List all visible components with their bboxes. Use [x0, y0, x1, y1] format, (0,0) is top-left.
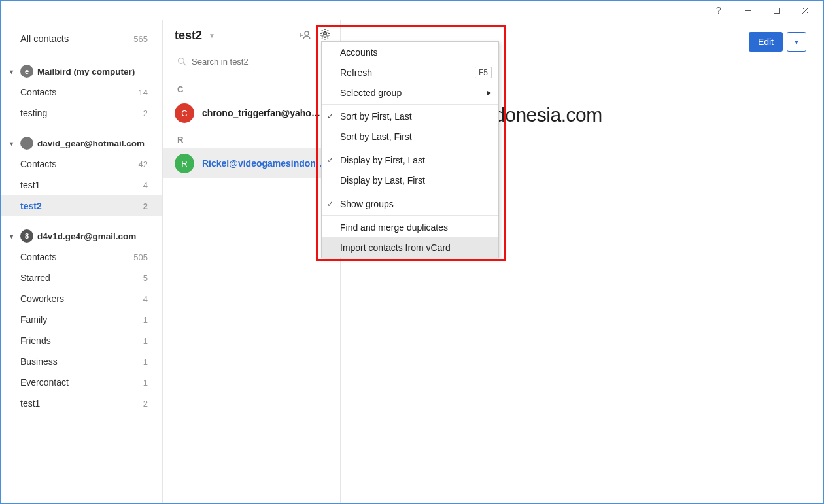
gear-icon[interactable] — [320, 28, 330, 41]
sidebar-item-label: Family — [20, 314, 47, 325]
svg-line-24 — [328, 36, 329, 37]
menu-item[interactable]: RefreshF5 — [322, 62, 498, 82]
sidebar-item-count: 14 — [139, 88, 148, 97]
contact-list-column: test2 ▼ CCchrono_triggerfan@yaho…RRRicke… — [163, 20, 341, 503]
account-icon — [20, 137, 33, 150]
sidebar-item-label: test1 — [20, 398, 40, 409]
menu-item[interactable]: Sort by Last, First — [322, 126, 498, 146]
contact-name: Rickel@videogamesindon… — [202, 158, 325, 169]
sidebar-item[interactable]: Evercontact1 — [1, 372, 162, 393]
menu-item[interactable]: Accounts — [322, 42, 498, 62]
search-input[interactable] — [192, 57, 326, 67]
menu-item-label: Import contacts from vCard — [340, 243, 451, 253]
sidebar-all-label: All contacts — [20, 33, 69, 44]
menu-item-label: Show groups — [340, 199, 394, 209]
sidebar-item-label: test2 — [20, 201, 42, 211]
contact-name: chrono_triggerfan@yaho… — [202, 108, 320, 118]
search-box[interactable] — [172, 52, 331, 71]
edit-button[interactable]: Edit — [749, 32, 783, 52]
sidebar-item[interactable]: Contacts14 — [1, 82, 162, 103]
svg-line-23 — [322, 30, 323, 31]
sidebar-item[interactable]: Contacts42 — [1, 154, 162, 175]
add-contact-button[interactable] — [298, 28, 313, 42]
sidebar-item-label: Coworkers — [20, 294, 64, 304]
titlebar: ? — [1, 1, 823, 20]
sidebar-item-count: 2 — [143, 201, 148, 211]
sidebar-item-label: Contacts — [20, 252, 56, 262]
list-title-dropdown-icon[interactable]: ▼ — [209, 32, 215, 39]
sidebar-item[interactable]: Family1 — [1, 309, 162, 330]
menu-item-label: Display by First, Last — [340, 155, 425, 165]
detail-actions: Edit ▼ — [749, 32, 806, 52]
sidebar-group-header[interactable]: ▾eMailbird (my computer) — [1, 61, 162, 82]
svg-point-18 — [324, 32, 326, 35]
menu-shortcut: F5 — [475, 67, 492, 78]
sidebar-group-name: david_gear@hotmail.com — [37, 139, 145, 148]
menu-item[interactable]: Display by Last, First — [322, 170, 498, 190]
check-icon: ✓ — [327, 112, 334, 121]
section-letter: C — [163, 78, 340, 98]
sidebar-group-header[interactable]: ▾8d4v1d.ge4r@gmail.com — [1, 226, 162, 246]
sidebar-item[interactable]: Contacts505 — [1, 246, 162, 267]
sidebar-item[interactable]: test22 — [1, 195, 162, 216]
sidebar-item-label: testing — [20, 108, 47, 118]
sidebar-item-count: 42 — [139, 160, 148, 169]
sidebar-all-count: 565 — [133, 34, 148, 44]
minimize-button[interactable] — [733, 1, 762, 20]
menu-item[interactable]: Find and merge duplicates — [322, 217, 498, 237]
contact-row[interactable]: Cchrono_triggerfan@yaho… — [163, 98, 340, 128]
list-header: test2 ▼ — [163, 20, 340, 46]
app-window: ? All contacts 565 ▾eMailbird (my comput… — [0, 0, 824, 504]
sidebar-item-label: Starred — [20, 273, 50, 283]
sidebar-item-count: 1 — [143, 315, 148, 325]
help-button[interactable]: ? — [704, 1, 733, 20]
sidebar-item-label: Evercontact — [20, 377, 69, 388]
sidebar-group-name: Mailbird (my computer) — [37, 67, 135, 76]
svg-line-25 — [322, 36, 323, 37]
sidebar-item[interactable]: testing2 — [1, 103, 162, 124]
contact-row[interactable]: RRickel@videogamesindon… — [163, 148, 340, 178]
svg-rect-1 — [774, 8, 779, 13]
menu-item[interactable]: Import contacts from vCard — [322, 237, 498, 258]
sidebar-item-label: Contacts — [20, 159, 56, 169]
menu-item-label: Selected group — [340, 88, 402, 98]
menu-item-label: Sort by First, Last — [340, 111, 412, 122]
section-letter: R — [163, 128, 340, 148]
menu-item-label: Refresh — [340, 67, 372, 78]
sidebar-item-count: 5 — [143, 273, 148, 283]
chevron-down-icon: ▾ — [10, 233, 16, 240]
menu-item-label: Display by Last, First — [340, 175, 425, 186]
sidebar-group-name: d4v1d.ge4r@gmail.com — [37, 231, 136, 241]
sidebar-item-label: Contacts — [20, 87, 56, 97]
sidebar-item-label: Friends — [20, 335, 51, 346]
maximize-button[interactable] — [762, 1, 791, 20]
sidebar-item-count: 2 — [143, 399, 148, 409]
sidebar-all-contacts[interactable]: All contacts 565 — [1, 28, 162, 49]
check-icon: ✓ — [327, 199, 334, 209]
menu-item-label: Find and merge duplicates — [340, 222, 448, 233]
sidebar-item[interactable]: test14 — [1, 175, 162, 195]
close-button[interactable] — [791, 1, 819, 20]
sidebar-item[interactable]: Business1 — [1, 351, 162, 372]
sidebar-item-count: 2 — [143, 109, 148, 118]
menu-item[interactable]: ✓Show groups — [322, 193, 498, 214]
avatar: R — [175, 154, 194, 173]
menu-item-label: Accounts — [340, 47, 378, 58]
sidebar-item[interactable]: Starred5 — [1, 267, 162, 288]
menu-item[interactable]: ✓Display by First, Last — [322, 150, 498, 170]
menu-item[interactable]: Selected group▶ — [322, 82, 498, 103]
menu-item-label: Sort by Last, First — [340, 131, 412, 142]
sidebar-item[interactable]: Friends1 — [1, 330, 162, 351]
svg-point-4 — [305, 31, 309, 35]
sidebar-item[interactable]: Coworkers4 — [1, 288, 162, 309]
sidebar-group-header[interactable]: ▾david_gear@hotmail.com — [1, 133, 162, 154]
sidebar-item-count: 1 — [143, 336, 148, 346]
search-icon — [177, 57, 186, 66]
menu-item[interactable]: ✓Sort by First, Last — [322, 106, 498, 126]
submenu-arrow-icon: ▶ — [487, 89, 492, 96]
svg-line-17 — [184, 63, 186, 66]
account-icon: 8 — [20, 229, 33, 243]
edit-dropdown-button[interactable]: ▼ — [787, 32, 806, 52]
sidebar-item[interactable]: test12 — [1, 393, 162, 414]
svg-line-26 — [328, 30, 329, 31]
